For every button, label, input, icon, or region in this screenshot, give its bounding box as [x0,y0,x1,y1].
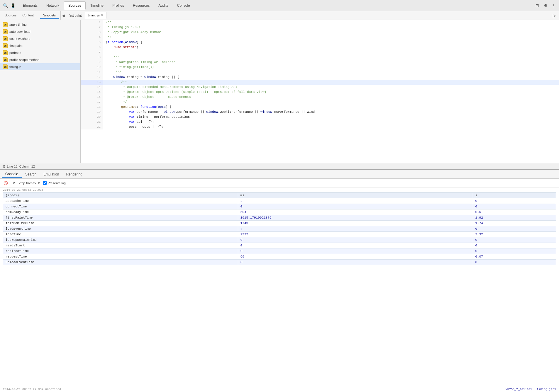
file-item-count-wachers[interactable]: JS count wachers [0,35,80,42]
tab-emulation[interactable]: Emulation [40,171,62,178]
sources-tab-sources[interactable]: Sources [2,12,19,19]
search-icon[interactable]: 🔍 [2,3,8,8]
editor-tabs-bar: ◀ first paint timing.js ✕ ▷ [61,11,559,20]
settings-icon[interactable]: ⚙ [543,3,548,8]
preserve-log-label: Preserve log [48,181,66,185]
code-table: 1 /** 2 * Timing.js 1.0.1 3 * Copyright … [81,20,559,129]
bottom-panel: Console Search Emulation Rendering 🚫 ⊽ <… [0,169,559,392]
file-item-perfmap[interactable]: JS perfmap [0,49,80,56]
table-row: firstPaintTime 1915.17919921875 1.92 [3,215,556,221]
nav-audits[interactable]: Audits [154,2,172,9]
js-file-icon: JS [3,50,8,55]
col-header-ms: ms [238,193,473,198]
collapse-editor-icon[interactable]: ▷ [551,13,558,18]
frame-selector[interactable]: <top frame> ▼ [19,181,40,185]
console-toolbar: 🚫 ⊽ <top frame> ▼ Preserve log [0,179,559,188]
console-data-table: (index) ms s appcacheTime 2 0 [3,192,556,265]
file-label: timing.js [9,65,21,69]
table-row: connectTime 0 0 [3,204,556,209]
file-label: auto download [9,30,31,33]
code-row: 14 * Outputs extended measurements using… [81,85,559,90]
code-row: 10 * timing.getTimes(); [81,65,559,70]
file-item-profile-scope[interactable]: JS profile scope method [0,56,80,63]
code-row: 4 */ [81,35,559,40]
close-timingjs-icon[interactable]: ✕ [101,13,103,17]
table-row: redirectTime 0 0 [3,248,556,254]
code-row: 18 getTimes: function(opts) { [81,105,559,110]
file-sidebar: JS apply timing JS auto download JS coun… [0,20,81,163]
console-bottom-bar: 2014-10-21 08:52:29.939 undefined VM256_… [0,387,559,392]
tab-search[interactable]: Search [22,171,40,178]
table-row: readyStart 0 0 [3,243,556,248]
code-row: 17 */ [81,100,559,105]
nav-network[interactable]: Network [42,2,63,9]
timestamp-row-1: 2014-10-21 08:52:29.935 [0,188,559,192]
firstpaint-tab-label: first paint [69,14,82,17]
status-bar: {} Line 13, Column 12 [0,163,559,169]
panel-wrapper: Sources Content ... Snippets ◀ first pai… [0,11,559,392]
clear-console-icon[interactable]: 🚫 [2,180,9,186]
nav-profiles[interactable]: Profiles [108,2,128,9]
main-area: JS apply timing JS auto download JS coun… [0,20,559,163]
table-row: initDomTreeTime 1743 1.74 [3,221,556,226]
nav-sources[interactable]: Sources [64,1,86,10]
code-row: 16 * @return Object measurements [81,95,559,100]
file-label: count wachers [9,37,30,40]
top-toolbar: 🔍 📱 Elements Network Sources Timeline Pr… [0,0,559,11]
sources-tab-snippets[interactable]: Snippets [40,12,59,19]
editor-tab-firstpaint[interactable]: first paint [66,13,85,18]
code-row: 11 **/ [81,70,559,75]
code-row: 9 * Navigation Timing API helpers [81,60,559,65]
vm-location[interactable]: VM256_2_101:101 [506,388,532,391]
timing-location[interactable]: timing.js:1 [537,388,556,391]
file-item-apply-timing[interactable]: JS apply timing [0,21,80,28]
col-header-index: (index) [3,193,238,198]
file-label: first paint [9,44,23,47]
device-icon[interactable]: 📱 [10,3,16,8]
preserve-log-checkbox-wrap: Preserve log [43,181,66,185]
editor-tab-timingjs[interactable]: timing.js ✕ [85,12,106,19]
preserve-log-wrap: Preserve log [43,181,66,185]
nav-timeline[interactable]: Timeline [86,2,108,9]
js-file-icon: JS [3,36,8,41]
code-row: 8 /** [81,55,559,60]
table-row: domReadyTime 504 0.5 [3,209,556,215]
sources-tab-content[interactable]: Content ... [19,12,40,19]
console-output[interactable]: 2014-10-21 08:52:29.935 (index) ms s [0,188,559,387]
nav-resources[interactable]: Resources [129,2,154,9]
nav-back-icon[interactable]: ◀ [62,13,65,18]
tab-rendering[interactable]: Rendering [62,171,86,178]
file-label: apply timing [9,23,27,26]
dock-icon[interactable]: ⊡ [534,3,540,8]
frame-label: <top frame> [19,181,36,185]
code-row: 12 window.timing = window.timing || { [81,75,559,80]
code-row: 6 'use strict'; [81,45,559,50]
file-item-auto-download[interactable]: JS auto download [0,28,80,35]
file-item-first-paint[interactable]: JS first paint [0,42,80,49]
console-table-wrapper: (index) ms s appcacheTime 2 0 [0,192,559,266]
frame-dropdown-icon[interactable]: ▼ [37,181,40,185]
bottom-tabs-bar: Console Search Emulation Rendering [0,170,559,179]
table-row: lookupDomainTime 0 0 [3,237,556,243]
toolbar-right-icons: ⊡ ⚙ ⋮ [534,3,557,8]
code-row: 3 * Copyright 2014 Addy Osmani [81,30,559,35]
js-file-icon: JS [3,57,8,62]
file-item-timing-js[interactable]: JS timing.js [0,63,80,70]
code-row: 13 /** [81,80,559,85]
code-row: 20 var timing = performance.timing; [81,115,559,120]
tab-console[interactable]: Console [2,171,22,178]
nav-console[interactable]: Console [173,2,194,9]
timingjs-tab-label: timing.js [88,13,100,17]
table-row: appcacheTime 2 0 [3,198,556,204]
code-row: 2 * Timing.js 1.0.1 [81,25,559,30]
code-row: 19 var performance = window.performance … [81,110,559,115]
table-row: requestTime 69 0.07 [3,254,556,260]
preserve-log-checkbox[interactable] [43,181,47,185]
js-file-icon: JS [3,29,8,34]
code-editor[interactable]: 1 /** 2 * Timing.js 1.0.1 3 * Copyright … [81,20,559,163]
filter-icon[interactable]: ⊽ [11,180,16,186]
js-file-icon: JS [3,64,8,69]
nav-elements[interactable]: Elements [19,2,42,9]
code-row: 21 var api = {}; [81,120,559,125]
menu-icon[interactable]: ⋮ [551,3,557,8]
